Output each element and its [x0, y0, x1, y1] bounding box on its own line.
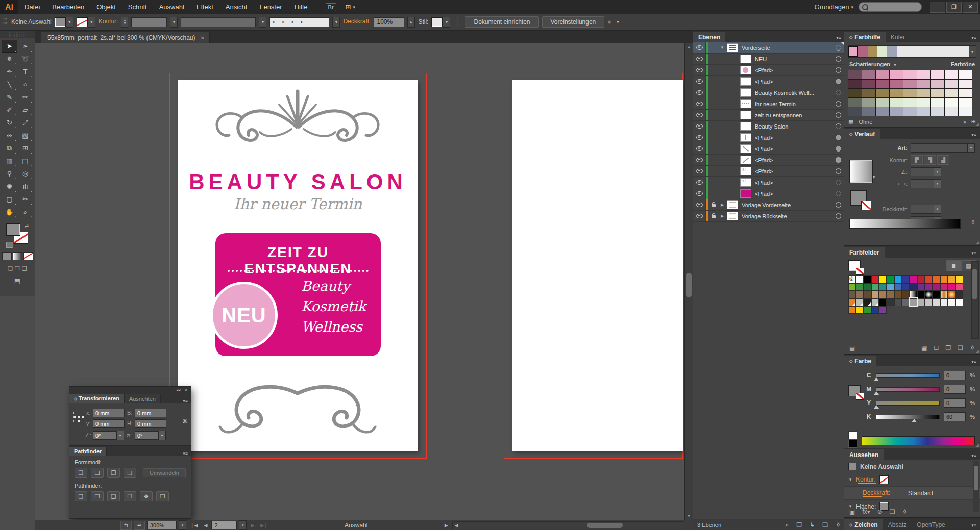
shape-mode-button-2[interactable]: ❏ — [91, 468, 104, 478]
visibility-toggle[interactable] — [693, 177, 706, 188]
swatch[interactable] — [894, 291, 902, 298]
layer-row-6[interactable]: Ihr neuer Termin — [693, 98, 845, 110]
swatch[interactable] — [917, 291, 925, 298]
layer-name[interactable]: Vorlage Vorderseite — [742, 202, 831, 208]
variation-swatch[interactable] — [959, 107, 972, 116]
opacity-label[interactable]: Deckkraft: — [343, 18, 371, 26]
tab-aussehen[interactable]: Aussehen — [844, 449, 884, 460]
symbol-sprayer-tool[interactable]: ✺ — [2, 180, 17, 193]
pathfinder-button-2[interactable]: ❐ — [91, 491, 104, 501]
target-column[interactable] — [831, 45, 845, 51]
target-column[interactable] — [831, 202, 845, 208]
width-tool[interactable]: ↭ — [2, 129, 17, 142]
delete-swatch-icon[interactable]: ⚱ — [970, 344, 975, 351]
layer-name[interactable]: Beauty Kosmetik Well... — [755, 90, 831, 96]
lock-slot[interactable] — [708, 166, 719, 176]
layer-row-15[interactable]: ▶Vorlage Vorderseite — [693, 199, 845, 211]
layer-row-8[interactable]: Beauty Salon — [693, 121, 845, 132]
lock-slot[interactable] — [708, 98, 719, 109]
stroke-weight-dropdown[interactable]: ▾ — [170, 17, 178, 28]
zoom-level-field[interactable]: 300% — [147, 521, 177, 529]
target-icon[interactable] — [836, 90, 841, 95]
opacity-row-label[interactable]: Deckkraft: — [863, 489, 890, 497]
swatch[interactable] — [955, 298, 963, 306]
zoom-tool[interactable]: ⌕ — [17, 206, 33, 218]
swatch[interactable] — [902, 298, 910, 306]
banner-text[interactable]: ZEIT ZU ENTSPANNEN — [215, 244, 381, 277]
swatch[interactable] — [856, 306, 864, 314]
target-icon[interactable] — [836, 191, 841, 196]
shape-mode-button-3[interactable]: ❒ — [107, 468, 120, 478]
toolbar-grip[interactable]: ⣿⣿⣿⣿⣿ — [0, 31, 35, 38]
target-icon[interactable] — [836, 79, 841, 84]
shape-mode-button-1[interactable]: ❐ — [75, 468, 87, 478]
blob-brush-tool[interactable]: ✐ — [2, 104, 17, 116]
swatch[interactable] — [879, 298, 887, 306]
rotate-field[interactable]: 0° — [93, 431, 118, 440]
global-color-swatch[interactable] — [848, 298, 856, 306]
harmony-rules-dropdown[interactable]: ▾ — [969, 46, 976, 57]
swap-fill-stroke-icon[interactable]: ⇄ — [24, 223, 29, 229]
gradient-slider[interactable] — [849, 219, 961, 229]
width-field[interactable]: 0 mm — [135, 409, 166, 417]
layer-row-5[interactable]: Beauty Kosmetik Well... — [693, 87, 845, 98]
swatch[interactable] — [871, 306, 879, 314]
layer-name[interactable]: <Pfad> — [755, 79, 831, 85]
list-view-button[interactable]: ≣ — [946, 260, 961, 271]
target-icon[interactable] — [836, 135, 841, 140]
slider-thumb[interactable] — [912, 419, 917, 422]
perspective-grid-tool[interactable]: ⊞ — [17, 142, 33, 155]
gradient-tool[interactable]: ▤ — [17, 155, 33, 167]
variable-width-profile-field[interactable] — [181, 17, 256, 27]
color-guide-menu-icon[interactable]: ▾≡ — [968, 35, 980, 42]
visibility-toggle[interactable] — [693, 199, 706, 210]
swatch[interactable] — [925, 275, 933, 283]
target-icon[interactable] — [836, 180, 841, 185]
variation-swatch[interactable] — [876, 107, 889, 116]
pen-tool[interactable]: ✒ — [2, 65, 17, 78]
umwandeln-button[interactable]: Umwandeln — [143, 468, 186, 477]
visibility-toggle[interactable] — [693, 76, 706, 87]
services-list[interactable]: BeautyKosmetikWellness — [301, 276, 378, 337]
draw-inside-icon[interactable]: ❑ — [22, 265, 27, 272]
variation-swatch[interactable] — [959, 80, 972, 88]
menu-auswahl[interactable]: Auswahl — [153, 0, 190, 14]
variable-width-dropdown[interactable]: ▾ — [259, 17, 266, 28]
harmony-swatch-1[interactable] — [848, 46, 858, 57]
artboard-number-field[interactable]: 2 — [211, 521, 237, 529]
swatch[interactable] — [894, 283, 902, 291]
fx-icon[interactable]: fx▾ — [862, 508, 870, 515]
stroke-weight-stepper[interactable]: ▲▼ — [121, 17, 128, 28]
stroke-none-swatch[interactable] — [77, 17, 88, 27]
swatch[interactable] — [887, 275, 894, 283]
pathfinder-menu-icon[interactable]: ▾≡ — [180, 451, 191, 456]
appearance-opacity-row[interactable]: Deckkraft: Standard — [844, 487, 980, 500]
shades-dropdown[interactable]: Schattierungen ▾ — [849, 61, 896, 67]
target-icon[interactable] — [836, 168, 841, 174]
swatch[interactable] — [955, 283, 963, 291]
delete-item-icon[interactable]: ⚱ — [902, 508, 908, 515]
harmony-swatch-4[interactable] — [877, 46, 887, 57]
slider-thumb[interactable] — [874, 377, 879, 381]
swatch[interactable] — [887, 298, 894, 306]
variation-swatch[interactable] — [945, 98, 958, 107]
gradient-stroke-button-3[interactable]: ▟ — [937, 155, 949, 165]
card-banner-box[interactable]: ZEIT ZU ENTSPANNEN NEU BeautyKosmetikWel… — [215, 233, 381, 356]
horizontal-scroll-thumb[interactable] — [587, 523, 623, 528]
layer-row-10[interactable]: <Pfad> — [693, 143, 845, 155]
swatch[interactable] — [917, 275, 925, 283]
rotate-dropdown-icon[interactable]: ▾ — [116, 431, 124, 440]
arrange-documents-button[interactable]: ⊞▾ — [339, 0, 361, 14]
expander-icon[interactable]: ▼ — [719, 45, 725, 50]
column-graph-tool[interactable]: ılı — [17, 180, 33, 193]
gradient-thumbnail-dropdown[interactable]: ▾ — [873, 175, 875, 180]
lasso-tool[interactable]: ➰ — [17, 53, 33, 65]
color-fill-stroke-indicator[interactable] — [848, 385, 861, 396]
variation-swatch[interactable] — [848, 107, 862, 116]
appearance-selection-row[interactable]: Keine Auswahl — [844, 460, 980, 473]
swatch[interactable] — [948, 298, 955, 306]
stroke-color-control[interactable]: ▾ — [77, 17, 95, 28]
lock-slot[interactable] — [708, 177, 719, 188]
slider-track[interactable] — [876, 373, 940, 378]
swatches-fill-stroke-indicator[interactable] — [848, 260, 861, 271]
